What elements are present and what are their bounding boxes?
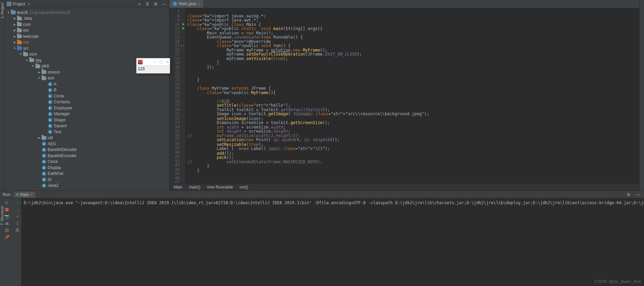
breadcrumb-item[interactable]: Main bbox=[174, 185, 182, 190]
close-icon[interactable]: × bbox=[198, 2, 200, 6]
class-icon: c bbox=[42, 141, 46, 146]
chevron-down-icon[interactable]: ▼ bbox=[6, 11, 11, 14]
tree-class[interactable]: cShape bbox=[5, 117, 169, 123]
chevron-right-icon: › bbox=[203, 185, 204, 189]
scroll-end-button[interactable]: ⤓ bbox=[14, 220, 20, 226]
tree-class[interactable]: cClock bbox=[5, 159, 169, 165]
tree-class[interactable]: cAES bbox=[5, 141, 169, 147]
run-tool-window: Run: Main × ⚙ — ↻ 📷 ⏏ ▤ 📌 ↑ ↓ ⤶ bbox=[0, 191, 644, 286]
tree-label: Square bbox=[54, 123, 67, 128]
locate-icon[interactable]: ⌖ bbox=[136, 1, 143, 7]
up-button[interactable]: ↑ bbox=[14, 200, 20, 206]
tree-class[interactable]: cCircle bbox=[5, 93, 169, 99]
gear-icon[interactable]: ⚙ bbox=[625, 191, 632, 198]
tree-class[interactable]: cContants bbox=[5, 99, 169, 105]
console-output[interactable]: D:\jdk2\bin\java.exe "-javaagent:D:\idea… bbox=[21, 198, 644, 286]
package-icon bbox=[42, 136, 46, 140]
code-content[interactable]: class="kw">import javax.swing.*;class="k… bbox=[185, 8, 639, 183]
tree-class[interactable]: cDisplay bbox=[5, 165, 169, 171]
module-icon bbox=[11, 11, 16, 14]
project-view-title[interactable]: Project bbox=[13, 2, 25, 6]
tree-class[interactable]: cJava2 bbox=[5, 183, 169, 189]
tree-package[interactable]: ▼test bbox=[5, 75, 169, 81]
tree-label: testJ8 bbox=[17, 10, 28, 15]
tree-class[interactable]: cTest bbox=[5, 129, 169, 135]
hide-icon[interactable]: — bbox=[634, 191, 641, 198]
class-icon: c bbox=[42, 177, 46, 182]
class-icon: c bbox=[48, 118, 52, 122]
pin-button[interactable]: 📌 bbox=[4, 234, 10, 240]
code-editor[interactable]: 789101112131415o↑16171819202122232425262… bbox=[170, 8, 639, 183]
run-config-tab[interactable]: Main × bbox=[14, 192, 35, 198]
gear-icon[interactable]: ⚙ bbox=[152, 1, 159, 7]
source-folder-icon bbox=[17, 46, 22, 50]
watermark: CSDN @yu_duan_hun bbox=[594, 279, 641, 284]
chevron-right-icon: › bbox=[236, 185, 237, 189]
structure-tool-tab[interactable]: 7: Structure bbox=[0, 205, 4, 227]
tree-folder[interactable]: ▶leetcode bbox=[5, 33, 169, 40]
breadcrumb-item[interactable]: run() bbox=[240, 185, 248, 190]
folder-icon bbox=[17, 29, 22, 32]
collapse-all-icon[interactable]: ⇵ bbox=[144, 1, 151, 7]
tree-label: Java2 bbox=[48, 183, 59, 188]
project-tool-tab[interactable]: 1: Project bbox=[0, 0, 4, 21]
tree-class[interactable]: cManager bbox=[5, 111, 169, 117]
java-app-icon bbox=[138, 60, 143, 64]
tree-label: Base64Encoder bbox=[48, 153, 77, 158]
tree-class[interactable]: cA bbox=[5, 81, 169, 87]
project-panel-header: Project ▼ ⌖ ⇵ ⚙ — bbox=[5, 0, 169, 8]
breadcrumb-item[interactable]: new Runnable bbox=[207, 185, 233, 190]
tree-package[interactable]: ▼com bbox=[5, 51, 169, 58]
tree-folder[interactable]: ▶com bbox=[5, 21, 169, 28]
chevron-down-icon[interactable]: ▼ bbox=[27, 2, 30, 6]
minimize-button[interactable]: ─ bbox=[154, 60, 157, 64]
tree-label: com bbox=[29, 52, 37, 57]
class-icon: c bbox=[42, 165, 46, 170]
editor-area: Main.java × 789101112131415o↑16171819202… bbox=[170, 0, 639, 191]
layout-button[interactable]: ▤ bbox=[4, 227, 10, 233]
breadcrumb: Main › main() › new Runnable › run() bbox=[170, 183, 639, 191]
down-button[interactable]: ↓ bbox=[14, 207, 20, 213]
class-icon: c bbox=[42, 171, 46, 176]
print-button[interactable]: 🖶 bbox=[14, 227, 20, 233]
class-icon: c bbox=[48, 124, 52, 128]
maximize-button[interactable]: ☐ bbox=[159, 60, 163, 64]
tree-folder[interactable]: ▶ext bbox=[5, 28, 169, 34]
tree-path: D:\program\test\testJ8 bbox=[30, 10, 70, 15]
soft-wrap-button[interactable]: ⤶ bbox=[14, 213, 20, 220]
close-button[interactable]: ✕ bbox=[166, 60, 169, 64]
java-file-icon bbox=[173, 2, 177, 6]
tree-folder[interactable]: ▶.idea bbox=[5, 16, 169, 22]
swing-label: 123 bbox=[136, 66, 170, 73]
tree-label: Employee bbox=[54, 106, 72, 110]
tree-class[interactable]: cB bbox=[5, 87, 169, 93]
tree-label: jdk8 bbox=[42, 64, 49, 69]
tree-folder-out[interactable]: ▶out bbox=[5, 40, 169, 46]
tree-package[interactable]: ▶util bbox=[5, 135, 169, 141]
project-tree[interactable]: ▼ testJ8 D:\program\test\testJ8 ▶.idea ▶… bbox=[5, 8, 169, 191]
tree-root[interactable]: ▼ testJ8 D:\program\test\testJ8 bbox=[5, 10, 169, 16]
tree-class[interactable]: cID bbox=[5, 177, 169, 183]
tree-class[interactable]: cBase64Encoder bbox=[5, 153, 169, 159]
rerun-button[interactable]: ↻ bbox=[4, 200, 10, 206]
tree-class[interactable]: cSquare bbox=[5, 123, 169, 129]
tree-label: .idea bbox=[23, 16, 32, 21]
tree-class[interactable]: cEatWhat bbox=[5, 171, 169, 177]
class-icon: c bbox=[48, 82, 52, 86]
tree-class[interactable]: cBase64Decoder bbox=[5, 147, 169, 153]
exit-button[interactable]: ⏏ bbox=[4, 220, 10, 226]
swing-app-window[interactable]: ─ ☐ ✕ 123 bbox=[136, 58, 170, 74]
breadcrumb-item[interactable]: main() bbox=[189, 185, 200, 190]
close-icon[interactable]: × bbox=[30, 192, 33, 197]
tree-label: Display bbox=[48, 165, 61, 170]
dump-button[interactable]: 📷 bbox=[4, 213, 10, 220]
tree-folder-src[interactable]: ▼src bbox=[5, 45, 169, 51]
run-label: Run: bbox=[3, 192, 11, 197]
window-titlebar[interactable]: ─ ☐ ✕ bbox=[136, 58, 170, 66]
tree-class[interactable]: cEmployee bbox=[5, 105, 169, 111]
editor-tab-main[interactable]: Main.java × bbox=[170, 0, 204, 8]
tree-label: stresm bbox=[48, 70, 60, 75]
stop-button[interactable] bbox=[4, 207, 10, 213]
hide-icon[interactable]: — bbox=[160, 1, 167, 7]
tree-label: com bbox=[23, 22, 31, 27]
